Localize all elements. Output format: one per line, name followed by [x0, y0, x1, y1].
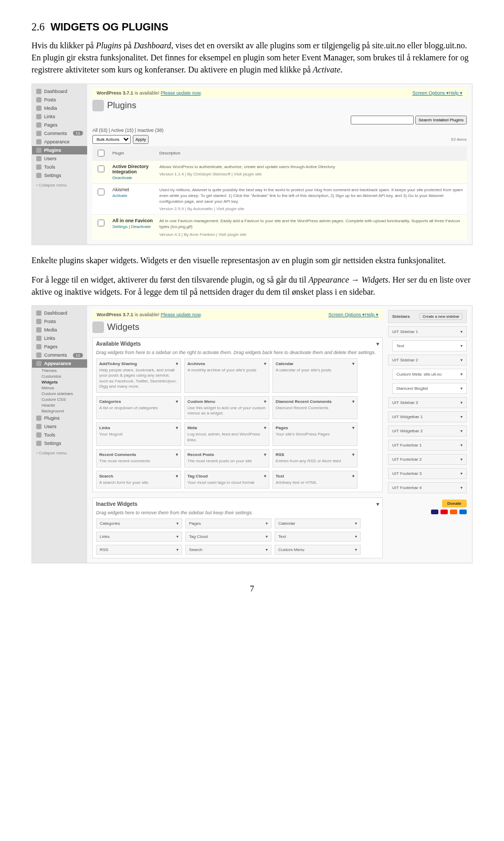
update-link[interactable]: Please update now [161, 90, 201, 96]
sidebar-widget-item[interactable]: Diamond Bloglist▾ [392, 383, 467, 394]
menu-media[interactable]: Media [32, 326, 87, 334]
sidebar-panel[interactable]: UIT Footerbar 1▾ [388, 440, 467, 451]
comment-count-badge: 11 [73, 131, 83, 136]
submenu-header[interactable]: Header [41, 402, 87, 408]
menu-users[interactable]: Users [32, 154, 87, 163]
menu-posts[interactable]: Posts [32, 96, 87, 104]
widget-box[interactable]: Text▾Arbitrary text or HTML [272, 471, 358, 489]
sidebar-panel[interactable]: UIT Widgetbar 1▾ [388, 411, 467, 422]
menu-users[interactable]: Users [32, 422, 87, 431]
widget-box[interactable]: Archives▾A monthly archive of your site'… [184, 358, 269, 393]
submenu-widgets[interactable]: Widgets [41, 379, 87, 385]
sidebar-panel[interactable]: UIT Sidebar 3▾ [388, 397, 467, 408]
submenu-custom-sidebars[interactable]: Custom sidebars [41, 391, 87, 397]
menu-pages[interactable]: Pages [32, 121, 87, 129]
update-link[interactable]: Please update now [161, 312, 201, 317]
users-icon [36, 156, 41, 161]
row-checkbox[interactable] [98, 189, 104, 195]
widget-box[interactable]: Diamond Recent Comments▾Diamond Recent C… [272, 396, 358, 420]
inactive-widget[interactable]: RSS▾ [96, 545, 182, 555]
inactive-widget[interactable]: Categories▾ [96, 518, 182, 528]
media-icon [36, 327, 41, 333]
sidebar-panel[interactable]: UIT Widgetbar 2▾ [388, 425, 467, 437]
menu-pages[interactable]: Pages [32, 342, 87, 351]
plugin-action-links[interactable]: Deactivate [112, 175, 153, 180]
collapse-icon[interactable]: ▾ [376, 341, 379, 347]
sidebar-panel[interactable]: UIT Footerbar 4▾ [388, 482, 467, 493]
sidebar-widget-item[interactable]: Custom Meta: site.uit.no▾ [392, 369, 467, 380]
plugin-action-links[interactable]: Settings | Deactivate [112, 224, 153, 229]
submenu-background[interactable]: Background [41, 408, 87, 414]
select-all-checkbox[interactable] [98, 150, 104, 157]
sidebars-header: SidebarsCreate a new sidebar [388, 310, 467, 323]
menu-media[interactable]: Media [32, 104, 87, 112]
screen-options[interactable]: Screen Options ▾ [412, 90, 449, 96]
donate-section: Donate [388, 500, 467, 514]
submenu-custom-css[interactable]: Custom CSS [41, 397, 87, 402]
widget-box[interactable]: Recent Posts▾The most recent posts on yo… [184, 449, 269, 467]
inactive-widget[interactable]: Calendar▾ [275, 518, 361, 528]
menu-appearance[interactable]: Appearance [32, 138, 87, 146]
widget-box[interactable]: Pages▾Your site's WordPress Pages [272, 422, 358, 446]
help-tab[interactable]: Help ▾ [365, 312, 379, 317]
sidebar-widget-item[interactable]: Text▾ [392, 340, 467, 351]
submenu-customize[interactable]: Customize [41, 373, 87, 379]
inactive-widget[interactable]: Search▾ [185, 545, 271, 555]
menu-dashboard[interactable]: Dashboard [32, 87, 87, 96]
inactive-widget[interactable]: Tag Cloud▾ [185, 532, 271, 542]
plugin-version: Version 4.3 | By Arne Franken | Visit pl… [159, 232, 464, 237]
widget-box[interactable]: Search▾A search form for your site [96, 471, 181, 489]
widget-box[interactable]: AddToAny Sharing▾Help people share, book… [96, 358, 181, 393]
bulk-actions-select[interactable]: Bulk Actions [92, 135, 131, 144]
collapse-menu[interactable]: ‹ Collapse menu [32, 448, 87, 459]
widget-box[interactable]: Categories▾A list or dropdown of categor… [96, 396, 181, 420]
sidebar-panel[interactable]: UIT Footerbar 2▾ [388, 454, 467, 465]
links-icon [36, 114, 41, 119]
row-checkbox[interactable] [98, 165, 104, 172]
plugin-action-links[interactable]: Activate [112, 193, 153, 198]
widget-box[interactable]: Recent Comments▾The most recent comments [96, 449, 181, 467]
menu-plugins[interactable]: Plugins [32, 414, 87, 422]
widget-box[interactable]: Tag Cloud▾Your most used tags in cloud f… [184, 471, 269, 489]
plugin-name: Akismet [112, 187, 153, 192]
table-row: Active Directory IntegrationDeactivate A… [92, 160, 467, 183]
widget-box[interactable]: Meta▾Log in/out, admin, feed and WordPre… [184, 422, 269, 446]
sidebar-panel[interactable]: UIT Sidebar 2▾ [388, 355, 467, 366]
menu-plugins[interactable]: Plugins [32, 146, 87, 154]
widget-box[interactable]: Links▾Your blogroll [96, 422, 181, 446]
menu-appearance[interactable]: Appearance [32, 359, 87, 368]
menu-posts[interactable]: Posts [32, 317, 87, 326]
search-plugins-button[interactable]: Search Installed Plugins [415, 116, 467, 124]
inactive-widget[interactable]: Pages▾ [185, 518, 271, 528]
menu-tools[interactable]: Tools [32, 163, 87, 171]
menu-tools[interactable]: Tools [32, 431, 87, 439]
search-plugins-input[interactable] [351, 116, 414, 124]
collapse-icon[interactable]: ▾ [376, 501, 379, 507]
widget-box[interactable]: Custom Menu▾Use this widget to add one o… [184, 396, 269, 420]
menu-comments[interactable]: Comments11 [32, 129, 87, 138]
collapse-menu[interactable]: ‹ Collapse menu [32, 180, 87, 191]
menu-comments[interactable]: Comments11 [32, 351, 87, 359]
inactive-widget[interactable]: Custom Menu▾ [275, 545, 361, 555]
widget-box[interactable]: RSS▾Entries from any RSS or Atom feed [272, 449, 358, 467]
inactive-widget[interactable]: Links▾ [96, 532, 182, 542]
create-sidebar-button[interactable]: Create a new sidebar [419, 313, 463, 320]
submenu-menus[interactable]: Menus [41, 385, 87, 391]
inactive-widget[interactable]: Text▾ [275, 532, 361, 542]
menu-dashboard[interactable]: Dashboard [32, 309, 87, 317]
plugin-description: All in one Favicon management. Easily ad… [159, 218, 464, 230]
menu-settings[interactable]: Settings [32, 171, 87, 180]
sidebar-panel[interactable]: UIT Sidebar 1▾ [388, 326, 467, 337]
apply-button[interactable]: Apply [133, 135, 149, 144]
submenu-themes[interactable]: Themes [41, 368, 87, 373]
sidebar-panel[interactable]: UIT Footerbar 3▾ [388, 468, 467, 479]
plugin-filter-links[interactable]: All (53) | Active (15) | Inactive (38) [92, 128, 467, 133]
menu-settings[interactable]: Settings [32, 439, 87, 448]
widget-box[interactable]: Calendar▾A calendar of your site's posts [272, 358, 358, 393]
screen-options[interactable]: Screen Options ▾ [328, 312, 365, 317]
row-checkbox[interactable] [98, 220, 104, 226]
menu-links[interactable]: Links [32, 334, 87, 342]
help-tab[interactable]: Help ▾ [449, 90, 463, 96]
donate-button[interactable]: Donate [442, 500, 467, 507]
menu-links[interactable]: Links [32, 112, 87, 121]
